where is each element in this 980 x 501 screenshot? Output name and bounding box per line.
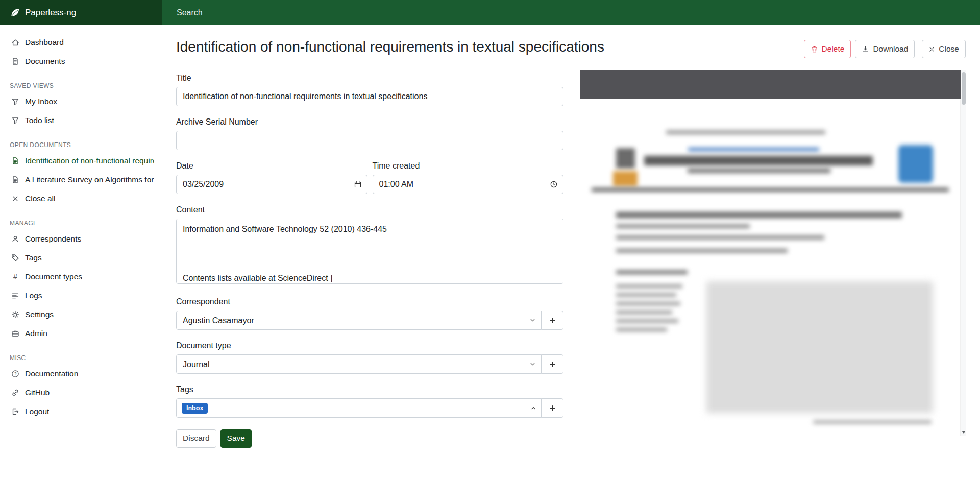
tags-field-group: Tags Inbox bbox=[176, 385, 564, 418]
add-tag-button[interactable] bbox=[541, 398, 564, 418]
sidebar-item-documentation[interactable]: ? Documentation bbox=[0, 364, 162, 383]
sidebar-item-label: Documents bbox=[25, 57, 65, 66]
sidebar-item-dashboard[interactable]: Dashboard bbox=[0, 33, 162, 52]
document-header: Identification of non-functional require… bbox=[162, 25, 980, 58]
page-title: Identification of non-functional require… bbox=[176, 38, 604, 56]
close-document-button[interactable]: Close bbox=[922, 40, 966, 58]
toolbox-icon bbox=[11, 329, 19, 338]
sidebar-item-label: Admin bbox=[25, 329, 47, 338]
calendar-icon[interactable] bbox=[354, 180, 362, 188]
title-field-group: Title bbox=[176, 74, 564, 106]
save-button[interactable]: Save bbox=[220, 429, 252, 447]
sidebar-item-label: A Literature Survey on Algorithms for Mu… bbox=[25, 175, 154, 184]
app-brand[interactable]: Paperless-ng bbox=[0, 0, 162, 25]
funnel-icon bbox=[11, 116, 19, 125]
sidebar-item-label: My Inbox bbox=[25, 97, 57, 106]
document-edit-form: Title Archive Serial Number Date Time cr… bbox=[176, 74, 564, 447]
title-input[interactable] bbox=[176, 87, 564, 106]
gear-icon bbox=[11, 311, 19, 319]
close-icon bbox=[11, 195, 19, 203]
content-textarea[interactable]: Information and Software Technology 52 (… bbox=[176, 219, 564, 284]
save-button-label: Save bbox=[227, 433, 245, 444]
blurred-text-line bbox=[616, 224, 750, 228]
blurred-text-line bbox=[616, 235, 824, 240]
hash-icon: # bbox=[11, 273, 19, 281]
sidebar-item-logout[interactable]: Logout bbox=[0, 402, 162, 421]
document-type-select[interactable]: Journal bbox=[176, 354, 542, 374]
clock-icon[interactable] bbox=[550, 180, 558, 188]
sidebar-item-admin[interactable]: Admin bbox=[0, 324, 162, 343]
sidebar-item-label: Identification of non-functional require… bbox=[25, 156, 154, 165]
blurred-divider-rule bbox=[592, 188, 949, 192]
blurred-keyword-line bbox=[616, 319, 678, 323]
blurred-sciencedirect-logo bbox=[898, 145, 933, 183]
title-label: Title bbox=[176, 74, 564, 83]
person-icon bbox=[11, 235, 19, 243]
pdf-preview-pane bbox=[580, 70, 966, 436]
file-icon bbox=[11, 57, 19, 65]
correspondent-select[interactable]: Agustin Casamayor bbox=[176, 311, 542, 330]
sidebar-section-saved-views: SAVED VIEWS bbox=[0, 82, 162, 90]
sidebar-item-label: Logout bbox=[25, 407, 49, 416]
sidebar-item-label: Correspondents bbox=[25, 234, 81, 244]
sidebar-item-settings[interactable]: Settings bbox=[0, 305, 162, 324]
tags-select-box[interactable]: Inbox bbox=[176, 398, 525, 418]
add-document-type-button[interactable] bbox=[541, 354, 564, 374]
sidebar-item-documents[interactable]: Documents bbox=[0, 52, 162, 70]
sidebar-item-correspondents[interactable]: Correspondents bbox=[0, 229, 162, 248]
blurred-keyword-line bbox=[616, 302, 680, 305]
sidebar-item-github[interactable]: GitHub bbox=[0, 383, 162, 402]
sidebar-item-open-document-2[interactable]: A Literature Survey on Algorithms for Mu… bbox=[0, 170, 162, 189]
document-type-label: Document type bbox=[176, 341, 564, 350]
sidebar-item-label: Documentation bbox=[25, 369, 78, 378]
close-icon bbox=[928, 46, 935, 53]
sidebar-item-my-inbox[interactable]: My Inbox bbox=[0, 92, 162, 111]
sidebar-item-todo-list[interactable]: Todo list bbox=[0, 111, 162, 130]
sidebar-item-label: Document types bbox=[25, 272, 82, 281]
plus-icon bbox=[549, 317, 556, 324]
plus-icon bbox=[549, 404, 556, 412]
sidebar-item-close-all[interactable]: Close all bbox=[0, 189, 162, 208]
delete-button-label: Delete bbox=[822, 43, 845, 55]
sidebar-item-logs[interactable]: Logs bbox=[0, 286, 162, 305]
download-button[interactable]: Download bbox=[855, 40, 915, 58]
discard-button[interactable]: Discard bbox=[176, 429, 216, 447]
time-created-input[interactable] bbox=[373, 175, 564, 194]
top-navbar: Paperless-ng bbox=[0, 0, 980, 25]
tags-dropdown-toggle-button[interactable] bbox=[525, 398, 542, 418]
file-text-icon bbox=[11, 157, 19, 165]
discard-button-label: Discard bbox=[183, 433, 210, 444]
date-input[interactable] bbox=[176, 175, 368, 194]
archive-serial-number-input[interactable] bbox=[176, 131, 564, 150]
pdf-scrollbar-thumb[interactable] bbox=[962, 72, 966, 105]
navbar-search-area bbox=[162, 0, 980, 25]
sidebar-item-open-document-1[interactable]: Identification of non-functional require… bbox=[0, 151, 162, 170]
add-correspondent-button[interactable] bbox=[541, 311, 564, 330]
document-type-field-group: Document type Journal bbox=[176, 341, 564, 374]
sidebar-item-label: Dashboard bbox=[25, 38, 64, 47]
correspondent-label: Correspondent bbox=[176, 297, 564, 306]
sidebar-item-label: GitHub bbox=[25, 388, 50, 397]
sidebar-item-label: Settings bbox=[25, 310, 54, 319]
trash-icon bbox=[811, 45, 818, 53]
sidebar-section-manage: MANAGE bbox=[0, 220, 162, 227]
scroll-down-arrow-icon[interactable] bbox=[962, 431, 965, 434]
global-search-input[interactable] bbox=[177, 8, 503, 17]
sidebar-item-label: Tags bbox=[25, 253, 42, 263]
form-buttons-row: Discard Save bbox=[176, 429, 564, 447]
blurred-keyword-line bbox=[616, 284, 682, 288]
blurred-text-line bbox=[616, 249, 788, 253]
blurred-text-line bbox=[616, 270, 688, 274]
blurred-text-line bbox=[616, 212, 902, 218]
sidebar-item-tags[interactable]: Tags bbox=[0, 248, 162, 267]
delete-button[interactable]: Delete bbox=[804, 40, 851, 58]
pdf-scrollbar[interactable] bbox=[961, 70, 966, 436]
sidebar-item-document-types[interactable]: # Document types bbox=[0, 267, 162, 286]
sidebar-item-label: Logs bbox=[25, 291, 42, 300]
tag-icon bbox=[11, 254, 19, 262]
document-actions: Delete Download Close bbox=[804, 40, 966, 58]
blurred-text-line bbox=[666, 130, 825, 134]
tag-badge-inbox[interactable]: Inbox bbox=[182, 403, 208, 414]
chevron-up-icon bbox=[530, 405, 536, 411]
house-icon bbox=[11, 38, 19, 46]
